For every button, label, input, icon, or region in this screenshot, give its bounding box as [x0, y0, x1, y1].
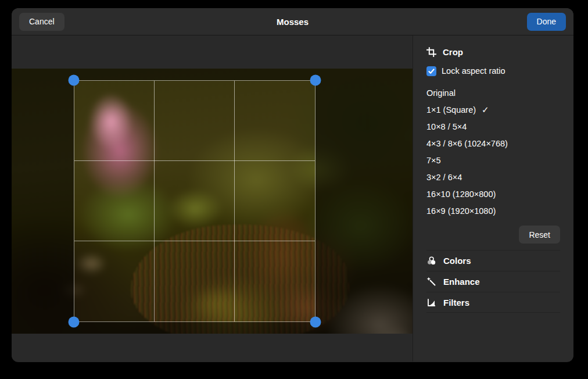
selected-check-icon: ✓	[482, 105, 489, 115]
grid-line-vertical-1	[154, 81, 155, 321]
crop-handle-bottom-left[interactable]	[69, 317, 80, 328]
crop-section-header: Crop	[426, 44, 560, 59]
checkbox-checked-icon[interactable]	[426, 66, 436, 76]
section-enhance-label: Enhance	[443, 277, 480, 287]
aspect-ratio-option-3x2[interactable]: 3×2 / 6×4	[426, 169, 560, 185]
aspect-ratio-option-16x10[interactable]: 16×10 (1280×800)	[426, 185, 560, 202]
crop-handle-bottom-right[interactable]	[310, 317, 321, 328]
crop-handle-top-right[interactable]	[310, 75, 321, 86]
lock-aspect-ratio-checkbox[interactable]: Lock aspect ratio	[426, 63, 560, 78]
canvas-area	[12, 35, 413, 362]
grid-line-horizontal-1	[74, 160, 315, 161]
photo	[12, 69, 413, 334]
headerbar: Cancel Mosses Done	[12, 8, 573, 35]
window-title: Mosses	[12, 17, 573, 27]
section-filters[interactable]: Filters	[426, 292, 560, 313]
aspect-ratio-option-10x8[interactable]: 10×8 / 5×4	[426, 118, 560, 135]
edit-sidebar: Crop Lock aspect ratio Original 1×1 (Squ…	[413, 35, 573, 362]
lock-aspect-ratio-label: Lock aspect ratio	[442, 66, 505, 76]
crop-region[interactable]	[74, 80, 315, 322]
enhance-icon	[426, 277, 436, 287]
reset-button[interactable]: Reset	[519, 226, 560, 244]
crop-handle-top-left[interactable]	[69, 75, 80, 86]
filters-icon	[426, 298, 436, 308]
section-colors[interactable]: Colors	[426, 250, 560, 271]
tool-sections: Colors Enhance Filters	[426, 250, 560, 313]
aspect-ratio-option-7x5[interactable]: 7×5	[426, 152, 560, 169]
aspect-ratio-option-4x3[interactable]: 4×3 / 8×6 (1024×768)	[426, 135, 560, 152]
section-enhance[interactable]: Enhance	[426, 271, 560, 292]
section-filters-label: Filters	[443, 298, 469, 308]
crop-icon	[426, 47, 436, 57]
editor-window: Cancel Mosses Done	[12, 8, 573, 362]
colors-icon	[426, 256, 436, 266]
aspect-ratio-option-16x9[interactable]: 16×9 (1920×1080)	[426, 202, 560, 219]
aspect-ratio-option-square[interactable]: 1×1 (Square) ✓	[426, 101, 560, 118]
crop-section-label: Crop	[443, 47, 463, 57]
done-button[interactable]: Done	[527, 13, 566, 31]
aspect-ratio-list: Original 1×1 (Square) ✓ 10×8 / 5×4 4×3 /…	[426, 84, 560, 219]
grid-line-horizontal-2	[74, 241, 315, 241]
cancel-button[interactable]: Cancel	[19, 13, 64, 31]
grid-line-vertical-2	[234, 81, 235, 321]
aspect-ratio-option-original[interactable]: Original	[426, 84, 560, 101]
section-colors-label: Colors	[443, 256, 471, 266]
